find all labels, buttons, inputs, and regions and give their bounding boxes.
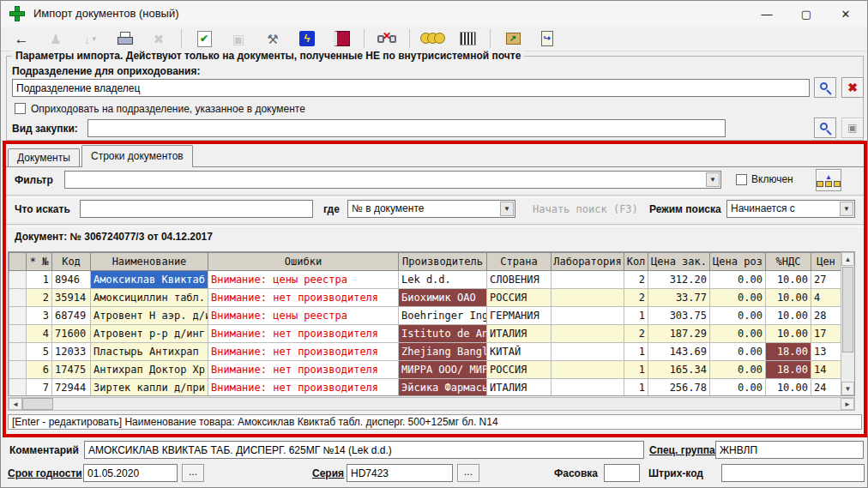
- column-header[interactable]: Цена роз: [710, 253, 766, 271]
- grid-cell[interactable]: 1: [27, 271, 52, 289]
- grid-cell[interactable]: 5: [27, 343, 52, 361]
- grid-cell[interactable]: 17475: [52, 361, 91, 379]
- grid-cell[interactable]: 12033: [52, 343, 91, 361]
- barcode-input[interactable]: [721, 464, 865, 482]
- grid-cell[interactable]: 28: [811, 307, 841, 325]
- grid-cell[interactable]: [552, 271, 624, 289]
- chevron-down-icon[interactable]: ▼: [840, 202, 853, 216]
- grid-cell[interactable]: Внимание: нет производителя: [208, 361, 399, 379]
- grid-cell[interactable]: 8946: [52, 271, 91, 289]
- grid-cell[interactable]: 18.00: [766, 343, 811, 361]
- chevron-down-icon[interactable]: ▼: [706, 172, 720, 187]
- grid-cell[interactable]: Амоксициллин табл.: [91, 289, 208, 307]
- grid-cell[interactable]: 0.00: [710, 271, 766, 289]
- grid-cell[interactable]: 0.00: [710, 379, 766, 397]
- grid-cell[interactable]: Атровент р-р д/инг: [91, 325, 208, 343]
- department-input[interactable]: [12, 79, 810, 97]
- purchase-type-extra-button[interactable]: ▣: [841, 117, 864, 138]
- column-header[interactable]: Код: [52, 253, 91, 271]
- grid-cell[interactable]: 7: [27, 379, 52, 397]
- grid-cell[interactable]: [9, 325, 27, 343]
- search-where-combo[interactable]: № в документе ▼: [347, 200, 515, 218]
- image-button[interactable]: ▣: [226, 28, 250, 49]
- department-clear-button[interactable]: ✖: [841, 77, 864, 98]
- grid-cell[interactable]: Zhejiang Bangl: [399, 343, 487, 361]
- spec-group-input[interactable]: [715, 441, 864, 459]
- grid-cell[interactable]: 303.75: [648, 307, 710, 325]
- grid-cell[interactable]: [552, 307, 624, 325]
- grid-cell[interactable]: 0.00: [710, 361, 766, 379]
- grid-cell[interactable]: [552, 325, 624, 343]
- grid-cell[interactable]: Внимание: нет производителя: [208, 343, 399, 361]
- grid-cell[interactable]: 17: [811, 325, 841, 343]
- column-header[interactable]: Цена зак.: [648, 253, 710, 271]
- column-header[interactable]: * №: [27, 253, 52, 271]
- series-input[interactable]: [347, 464, 453, 482]
- grid-cell[interactable]: 27: [811, 271, 841, 289]
- series-label[interactable]: Серия: [312, 467, 344, 479]
- column-header[interactable]: [9, 253, 27, 271]
- grid-cell[interactable]: 143.69: [648, 343, 710, 361]
- grid-cell[interactable]: Пластырь Антихрап: [91, 343, 208, 361]
- grid-cell[interactable]: Биохимик ОАО: [399, 289, 487, 307]
- horizontal-scrollbar[interactable]: ◄ ►: [8, 397, 855, 411]
- grid-cell[interactable]: [9, 307, 27, 325]
- lightning-button[interactable]: ϟ: [295, 28, 319, 49]
- grid-cell[interactable]: 4: [811, 289, 841, 307]
- scroll-thumb[interactable]: [842, 267, 853, 352]
- grid-cell[interactable]: Istituto de An: [399, 325, 487, 343]
- grid-cell[interactable]: 2: [624, 289, 648, 307]
- grid-cell[interactable]: 0.00: [710, 343, 766, 361]
- comment-input[interactable]: [84, 441, 644, 459]
- grid-cell[interactable]: Внимание: цены реестра: [208, 307, 399, 325]
- grid-cell[interactable]: Амоксиклав Квиктаб: [91, 271, 208, 289]
- department-lookup-button[interactable]: [814, 77, 836, 98]
- view-off-button[interactable]: ✕: [375, 28, 399, 49]
- grid-cell[interactable]: [552, 289, 624, 307]
- grid-cell[interactable]: 18.00: [766, 361, 811, 379]
- grid-cell[interactable]: 68749: [52, 307, 91, 325]
- purchase-type-lookup-button[interactable]: [814, 117, 836, 138]
- scroll-down-icon[interactable]: ▼: [841, 382, 854, 395]
- grid-cell[interactable]: 33.77: [648, 289, 710, 307]
- download-button[interactable]: ↓▾: [78, 28, 102, 49]
- column-header[interactable]: Лаборатория: [552, 253, 624, 271]
- grid-cell[interactable]: 1: [624, 379, 648, 397]
- grid-cell[interactable]: 10.00: [766, 379, 811, 397]
- grid-cell[interactable]: 10.00: [766, 271, 811, 289]
- barcode-button[interactable]: [455, 28, 479, 49]
- grid-cell[interactable]: 1: [624, 307, 648, 325]
- grid-cell[interactable]: Эйсика Фармась: [399, 379, 487, 397]
- grid-cell[interactable]: 256.78: [648, 379, 710, 397]
- grid-cell[interactable]: [552, 379, 624, 397]
- grid-cell[interactable]: 6: [27, 361, 52, 379]
- purchase-type-input[interactable]: [87, 119, 726, 137]
- minimize-button[interactable]: —: [747, 1, 787, 27]
- delete-button[interactable]: ✖: [147, 28, 171, 49]
- column-header[interactable]: Наименование: [91, 253, 208, 271]
- column-header[interactable]: %НДС: [766, 253, 811, 271]
- tab-documents[interactable]: Документы: [8, 148, 80, 167]
- grid-cell[interactable]: 24: [811, 379, 841, 397]
- scroll-up-icon[interactable]: ▲: [841, 252, 854, 266]
- grid-cell[interactable]: 0.00: [710, 289, 766, 307]
- grid-cell[interactable]: 13: [811, 343, 841, 361]
- grid-cell[interactable]: 2: [27, 289, 52, 307]
- grid-cell[interactable]: 71600: [52, 325, 91, 343]
- expiry-label[interactable]: Срок годности: [8, 467, 82, 479]
- filter-enabled-checkbox[interactable]: [736, 174, 747, 185]
- grid-cell[interactable]: 10.00: [766, 289, 811, 307]
- grid-cell[interactable]: Атровент Н аэр. д/и: [91, 307, 208, 325]
- grid-cell[interactable]: [552, 343, 624, 361]
- export-box-button[interactable]: ↗: [501, 28, 525, 49]
- grid-cell[interactable]: Внимание: цены реестра: [208, 271, 399, 289]
- grid-cell[interactable]: ИТАЛИЯ: [487, 379, 552, 397]
- grid-cell[interactable]: КИТАЙ: [487, 343, 552, 361]
- expiry-input[interactable]: [83, 464, 178, 482]
- chevron-down-icon[interactable]: ▼: [500, 202, 514, 216]
- grid-cell[interactable]: Внимание: нет производителя: [208, 379, 399, 397]
- grid-cell[interactable]: 35914: [52, 289, 91, 307]
- maximize-button[interactable]: ▢: [787, 1, 826, 27]
- tab-document-lines[interactable]: Строки документов: [81, 145, 193, 167]
- print-button[interactable]: [112, 28, 136, 49]
